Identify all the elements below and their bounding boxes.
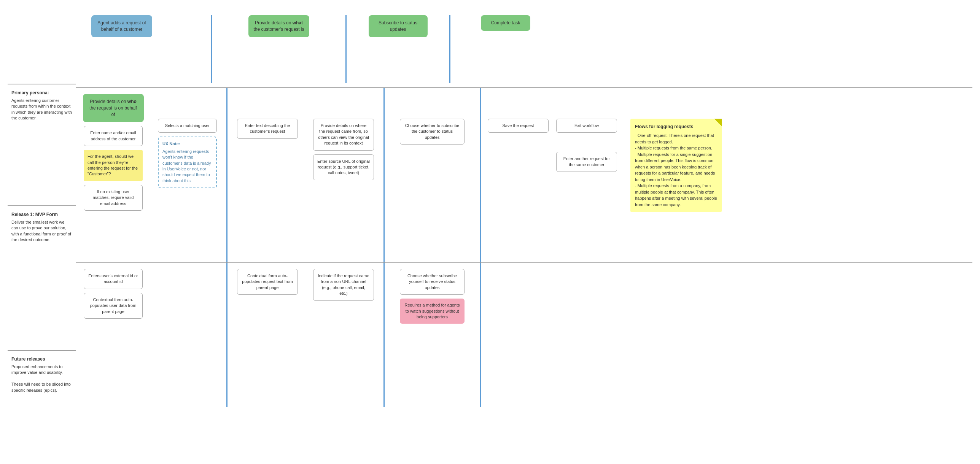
sidebar-primary-row: Primary persona: Agents entering custome…	[8, 84, 76, 205]
vline-mvp1	[226, 88, 228, 262]
enter-text-card: Enter text describing the customer's req…	[237, 119, 298, 139]
top-row: Agent adds a request of behalf of a cust…	[76, 8, 972, 87]
subscribe-header-col: Subscribe to status updates	[348, 15, 447, 37]
vline1	[211, 15, 212, 83]
complete-right: Exit workflow Enter another request for …	[554, 119, 619, 172]
header-col: Agent adds a request of behalf of a cust…	[84, 15, 160, 37]
agent-yellow-note: For the agent, should we call the person…	[84, 150, 143, 181]
source-url-card: Enter source URL of original request (e.…	[313, 154, 374, 180]
who-col2-future	[150, 263, 224, 407]
flows-item-1: - One-off request. There's one request t…	[635, 132, 717, 145]
vline-mvp3	[480, 88, 481, 262]
vline-future2	[383, 263, 385, 407]
sidebar-primary-label: Primary persona:	[11, 90, 72, 95]
complete-header-box: Complete task	[481, 15, 530, 31]
sidebar-top	[8, 8, 76, 84]
header-box: Agent adds a request of behalf of a cust…	[91, 15, 152, 37]
email-required-card: If no existing user matches, require val…	[84, 185, 143, 211]
main-layout: Primary persona: Agents entering custome…	[8, 8, 972, 407]
exit-workflow-card: Exit workflow	[556, 119, 617, 133]
who-col1: Provide details on who the request is on…	[76, 88, 150, 262]
vline-mvp2	[383, 88, 385, 262]
complete-header-col: Complete task	[452, 15, 559, 31]
vline3	[449, 15, 450, 83]
sidebar-mvp-row: Release 1: MVP Form Deliver the smallest…	[8, 205, 76, 350]
complete-left: Save the request	[486, 119, 550, 133]
source-col-future: Indicate if the request came from a non-…	[305, 263, 382, 407]
enter-name-card: Enter name and/or email address of the c…	[84, 126, 143, 146]
flows-note-box: Flows for logging requests - One-off req…	[630, 119, 722, 212]
what-col-future: Contextual form auto-populates request t…	[229, 263, 305, 407]
requires-method-card: Requires a method for agents to watch su…	[400, 299, 465, 324]
subscribe-col-future: Choose whether subscribe yourself to rec…	[387, 263, 478, 407]
sidebar-mvp-text: Deliver the smallest work we can use to …	[11, 219, 72, 243]
what-col-mvp: Enter text describing the customer's req…	[229, 88, 305, 262]
sidebar-future-label: Future releases	[11, 356, 72, 362]
grid-area: Agent adds a request of behalf of a cust…	[76, 8, 972, 407]
flows-note-title: Flows for logging requests	[635, 123, 717, 130]
complete-col-mvp: Save the request Exit workflow Enter ano…	[483, 88, 627, 262]
future-content-row: Enters user's external id or account id …	[76, 262, 972, 407]
enter-another-card: Enter another request for the same custo…	[556, 152, 617, 172]
what-header-box: Provide details on what the customer's r…	[248, 15, 309, 37]
subscribe-col-mvp: Choose whether to subscribe the customer…	[387, 88, 478, 262]
flows-item-2: - Multiple requests from the same person…	[635, 145, 717, 151]
mvp-content-row: Provide details on who the request is on…	[76, 87, 972, 262]
selects-matching-card: Selects a matching user	[158, 119, 217, 133]
sidebar-future-text: Proposed enhancements to improve value a…	[11, 364, 72, 393]
ux-note-box: UX Note: Agents entering requests won't …	[158, 137, 217, 188]
flows-item-3: - Multiple requests for a single suggest…	[635, 151, 717, 183]
non-url-channel-card: Indicate if the request came from a non-…	[313, 269, 374, 301]
what-header-col: Provide details on what the customer's r…	[214, 15, 344, 37]
ux-note-text: Agents entering requests won't know if t…	[162, 149, 212, 184]
sidebar-mvp-label: Release 1: MVP Form	[11, 212, 72, 217]
complete-col-future	[483, 263, 627, 407]
sidebar: Primary persona: Agents entering custome…	[8, 8, 76, 407]
subscribe-header-box: Subscribe to status updates	[369, 15, 428, 37]
sidebar-primary-text: Agents entering customer requests from w…	[11, 98, 72, 121]
contextual-user-card: Contextual form auto-populates user data…	[84, 293, 143, 319]
page: Primary persona: Agents entering custome…	[0, 0, 980, 464]
flows-note-items: - One-off request. There's one request t…	[635, 132, 717, 208]
who-col1-future: Enters user's external id or account id …	[76, 263, 150, 407]
contextual-request-card: Contextual form auto-populates request t…	[237, 269, 298, 295]
vline2	[345, 15, 347, 83]
sidebar-future-row: Future releases Proposed enhancements to…	[8, 350, 76, 399]
save-request-card: Save the request	[488, 119, 549, 133]
external-id-card: Enters user's external id or account id	[84, 269, 143, 289]
vline-future3	[480, 263, 481, 407]
flows-col-mvp: Flows for logging requests - One-off req…	[627, 88, 734, 262]
subscribe-customer-card: Choose whether to subscribe the customer…	[400, 119, 465, 145]
who-header-box: Provide details on who the request is on…	[83, 94, 144, 122]
vline-future1	[226, 263, 228, 407]
source-col-mvp: Provide details on where the request cam…	[305, 88, 382, 262]
source-details-card: Provide details on where the request cam…	[313, 119, 374, 151]
who-col2: Selects a matching user UX Note: Agents …	[150, 88, 224, 262]
flows-item-4: - Multiple requests from a company, from…	[635, 183, 717, 208]
subscribe-yourself-card: Choose whether subscribe yourself to rec…	[400, 269, 465, 295]
ux-note-title: UX Note:	[162, 141, 212, 147]
flows-col-future	[627, 263, 734, 407]
